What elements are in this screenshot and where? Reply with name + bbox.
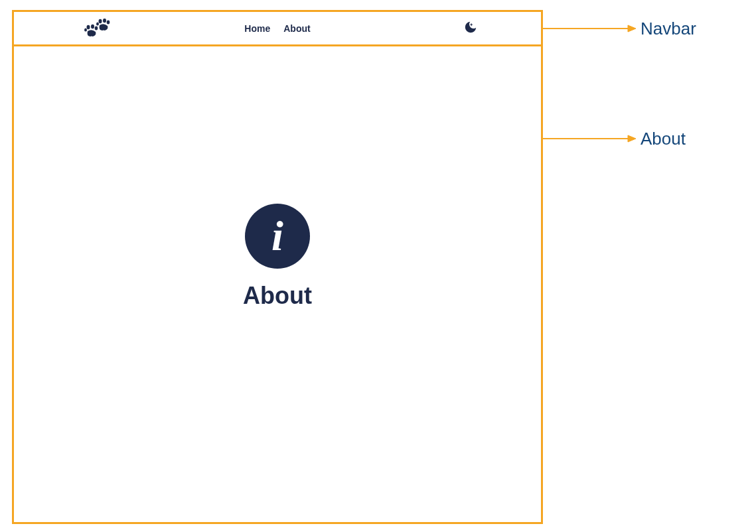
- svg-point-7: [84, 28, 87, 31]
- nav-link-home[interactable]: Home: [244, 23, 270, 34]
- annotation-about-label: About: [641, 129, 686, 149]
- diagram-container: Home About i About: [12, 10, 543, 524]
- arrow-about: [543, 134, 636, 143]
- paw-icon: [84, 19, 112, 38]
- arrow-navbar: [543, 24, 636, 33]
- info-icon: i: [245, 204, 310, 269]
- svg-point-1: [103, 19, 106, 23]
- theme-toggle-button[interactable]: [463, 20, 478, 37]
- svg-point-6: [95, 26, 98, 30]
- about-heading: About: [243, 282, 312, 310]
- svg-point-0: [99, 19, 102, 23]
- svg-point-5: [91, 24, 94, 28]
- annotation-navbar-label: Navbar: [641, 19, 696, 39]
- moon-icon: [463, 20, 478, 34]
- navbar: Home About: [14, 12, 541, 46]
- svg-point-3: [96, 22, 99, 25]
- nav-links: Home About: [244, 23, 310, 34]
- nav-link-about[interactable]: About: [283, 23, 310, 34]
- main-content: i About: [14, 46, 541, 520]
- info-icon-glyph: i: [271, 215, 283, 257]
- svg-marker-11: [628, 135, 636, 142]
- logo[interactable]: [84, 19, 112, 38]
- svg-point-2: [107, 20, 110, 24]
- svg-point-4: [87, 25, 90, 29]
- svg-marker-9: [628, 25, 636, 32]
